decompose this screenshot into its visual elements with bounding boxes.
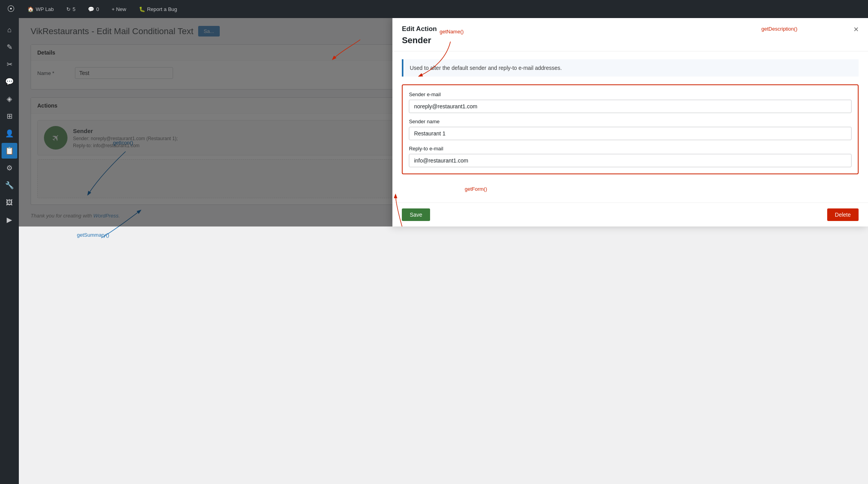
sidebar-comments[interactable]: 💬: [2, 74, 17, 89]
description-text: Used to alter the default sender and rep…: [410, 65, 562, 71]
sender-email-label: Sender e-mail: [409, 91, 852, 97]
admin-bar: ☉ 🏠 WP Lab ↻ 5 💬 0 + New 🐛 Report a Bug: [0, 0, 868, 18]
sidebar-settings[interactable]: ⚙: [2, 160, 17, 176]
new-content-button[interactable]: + New: [108, 0, 129, 18]
sidebar-media[interactable]: 🖼: [2, 195, 17, 210]
comments-count: 0: [96, 6, 99, 12]
sidebar-tools[interactable]: ✂: [2, 57, 17, 72]
site-name-label: WP Lab: [36, 6, 54, 12]
bug-icon: 🐛: [139, 6, 145, 12]
site-name-button[interactable]: 🏠 WP Lab: [24, 0, 57, 18]
sidebar-misc[interactable]: ▶: [2, 212, 17, 228]
modal-body: Used to alter the default sender and rep…: [392, 51, 868, 203]
bug-label: Report a Bug: [147, 6, 177, 12]
modal-header-text: Edit Action Sender: [402, 25, 437, 46]
modal-close-button[interactable]: ×: [853, 25, 859, 34]
comments-button[interactable]: 💬 0: [85, 0, 102, 18]
modal-title: Edit Action: [402, 25, 437, 33]
sender-name-input[interactable]: [409, 127, 852, 140]
updates-button[interactable]: ↻ 5: [63, 0, 78, 18]
sender-name-group: Sender name: [409, 119, 852, 140]
modal-save-button[interactable]: Save: [402, 208, 430, 221]
reply-to-group: Reply-to e-mail: [409, 146, 852, 167]
updates-icon: ↻: [66, 6, 71, 12]
reply-to-label: Reply-to e-mail: [409, 146, 852, 152]
modal-panel: Edit Action Sender × getName() getDescri…: [392, 18, 868, 226]
modal-subtitle: Sender: [402, 35, 437, 46]
updates-count: 5: [73, 6, 75, 12]
content-area: VikRestaurants - Edit Mail Conditional T…: [19, 18, 868, 484]
new-label: + New: [111, 6, 126, 12]
sidebar-plugins[interactable]: ⊞: [2, 108, 17, 124]
modal-delete-button[interactable]: Delete: [827, 208, 859, 221]
wp-logo-button[interactable]: ☉: [4, 0, 18, 18]
sidebar-appearance[interactable]: ◈: [2, 91, 17, 107]
sender-email-input[interactable]: [409, 100, 852, 113]
sidebar-dashboard[interactable]: ⌂: [2, 22, 17, 38]
sidebar-active[interactable]: 📋: [2, 143, 17, 159]
report-bug-button[interactable]: 🐛 Report a Bug: [136, 0, 181, 18]
sender-email-group: Sender e-mail: [409, 91, 852, 113]
description-box: Used to alter the default sender and rep…: [402, 59, 859, 77]
reply-to-input[interactable]: [409, 154, 852, 167]
sender-name-label: Sender name: [409, 119, 852, 124]
form-section: Sender e-mail Sender name Reply-to e-mai…: [402, 84, 859, 174]
home-icon: 🏠: [27, 6, 34, 12]
annotation-getForm: getForm(): [465, 186, 487, 192]
annotation-getSummary: getSummary(): [77, 232, 109, 238]
sidebar: ⌂ ✎ ✂ 💬 ◈ ⊞ 👤 📋 ⚙ 🔧 🖼 ▶: [0, 18, 19, 484]
modal-header: Edit Action Sender ×: [392, 18, 868, 51]
comments-icon: 💬: [88, 6, 94, 12]
wp-logo-icon: ☉: [7, 4, 15, 14]
sidebar-posts[interactable]: ✎: [2, 39, 17, 55]
sidebar-users[interactable]: 👤: [2, 126, 17, 141]
sidebar-tools2[interactable]: 🔧: [2, 177, 17, 193]
modal-footer: Save Delete: [392, 203, 868, 226]
